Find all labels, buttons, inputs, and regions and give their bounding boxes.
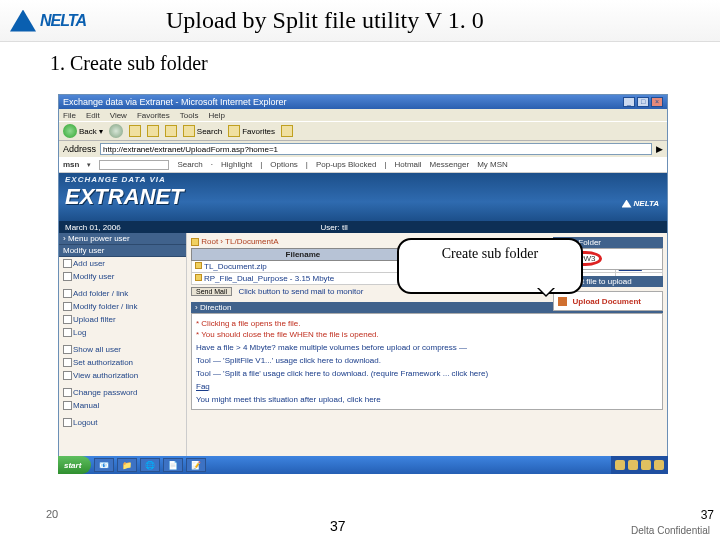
tray-icon[interactable] bbox=[615, 460, 625, 470]
msn-search-input[interactable] bbox=[99, 160, 169, 170]
sidebar: › Menu power user Modify user Add user M… bbox=[59, 233, 187, 459]
sidebar-item-add-user[interactable]: Add user bbox=[59, 257, 186, 270]
sidebar-item-view-auth[interactable]: View authorization bbox=[59, 369, 186, 382]
tray-icon[interactable] bbox=[654, 460, 664, 470]
banner-brand: NELTA bbox=[622, 199, 659, 208]
crumb-root[interactable]: Root bbox=[201, 237, 218, 246]
start-button[interactable]: start bbox=[58, 456, 91, 474]
msn-options[interactable]: Options bbox=[270, 160, 298, 169]
sidebar-item-set-auth[interactable]: Set authorization bbox=[59, 356, 186, 369]
page-number-right: 37 bbox=[701, 508, 714, 522]
banner-line1: EXCHANGE DATA VIA bbox=[65, 175, 667, 184]
sidebar-item-modify-user[interactable]: Modify user bbox=[59, 270, 186, 283]
system-tray[interactable] bbox=[611, 456, 668, 474]
sidebar-item-logout[interactable]: Logout bbox=[59, 416, 186, 429]
favorites-button[interactable]: Favorites bbox=[228, 125, 275, 137]
stop-icon[interactable] bbox=[129, 125, 141, 137]
address-bar: Address ▶ bbox=[59, 141, 667, 157]
upload-box: Upload Document bbox=[553, 291, 663, 311]
year-partial: 20 bbox=[46, 508, 58, 520]
window-titlebar[interactable]: Exchange data via Extranet - Microsoft I… bbox=[59, 95, 667, 109]
star-icon bbox=[228, 125, 240, 137]
folder-icon bbox=[191, 238, 199, 246]
home-icon[interactable] bbox=[165, 125, 177, 137]
sidebar-item-upload-filter[interactable]: Upload filter bbox=[59, 313, 186, 326]
menu-tools[interactable]: Tools bbox=[180, 111, 199, 120]
task-item[interactable]: 📧 bbox=[94, 458, 114, 472]
toolbar: Back ▾ Search Favorites bbox=[59, 121, 667, 141]
extranet-banner: EXCHANGE DATA VIA EXTRANET NELTA bbox=[59, 173, 667, 221]
sidebar-item-modify-folder[interactable]: Modify folder / link bbox=[59, 300, 186, 313]
annotation-callout: Create sub folder bbox=[397, 238, 583, 294]
back-button[interactable]: Back ▾ bbox=[63, 124, 103, 138]
msn-hotmail[interactable]: Hotmail bbox=[394, 160, 421, 169]
forward-button[interactable] bbox=[109, 124, 123, 138]
tray-icon[interactable] bbox=[641, 460, 651, 470]
delta-logo-icon bbox=[10, 10, 36, 32]
callout-text: Create sub folder bbox=[442, 246, 538, 262]
sidebar-item-show-all[interactable]: Show all user bbox=[59, 343, 186, 356]
file-icon bbox=[195, 274, 202, 281]
slide-footer: 20 37 37 Delta Confidential bbox=[0, 500, 720, 540]
file-name[interactable]: TL_Document.zip bbox=[204, 262, 267, 271]
slide-title: Upload by Split file utility V 1. 0 bbox=[166, 7, 484, 34]
task-item[interactable]: 📁 bbox=[117, 458, 137, 472]
menu-bar: File Edit View Favorites Tools Help bbox=[59, 109, 667, 121]
crumb-path: TL/DocumentA bbox=[225, 237, 278, 246]
task-item[interactable]: 📝 bbox=[186, 458, 206, 472]
confidential-label: Delta Confidential bbox=[631, 525, 710, 536]
date-bar: March 01, 2006 User: tll bbox=[59, 221, 667, 233]
sidebar-header-menu: › Menu power user bbox=[59, 233, 186, 245]
menu-file[interactable]: File bbox=[63, 111, 76, 120]
delta-small-icon bbox=[622, 200, 632, 208]
sidebar-item-add-folder[interactable]: Add folder / link bbox=[59, 287, 186, 300]
window-title: Exchange data via Extranet - Microsoft I… bbox=[63, 97, 287, 107]
brand-name: NELTA bbox=[40, 12, 86, 30]
tray-icon[interactable] bbox=[628, 460, 638, 470]
menu-edit[interactable]: Edit bbox=[86, 111, 100, 120]
upload-link[interactable]: Upload Document bbox=[573, 297, 641, 306]
msn-search[interactable]: Search bbox=[177, 160, 202, 169]
th-filename: Filename bbox=[192, 249, 415, 261]
send-mail-button[interactable]: Send Mail bbox=[191, 287, 232, 296]
address-input[interactable] bbox=[100, 143, 652, 155]
msn-logo: msn bbox=[63, 160, 79, 169]
sendmail-hint: Click button to send mail to monitor bbox=[238, 287, 363, 296]
minimize-button[interactable]: _ bbox=[623, 97, 635, 107]
search-icon bbox=[183, 125, 195, 137]
menu-view[interactable]: View bbox=[110, 111, 127, 120]
file-icon bbox=[195, 262, 202, 269]
sidebar-header-modify: Modify user bbox=[59, 245, 186, 257]
address-label: Address bbox=[63, 144, 96, 154]
sidebar-item-manual[interactable]: Manual bbox=[59, 399, 186, 412]
date-text: March 01, 2006 bbox=[65, 223, 121, 232]
windows-taskbar: start 📧 📁 🌐 📄 📝 bbox=[58, 456, 668, 474]
back-icon bbox=[63, 124, 77, 138]
go-button[interactable]: ▶ bbox=[656, 144, 663, 154]
msn-toolbar: msn▾ Search · Highlight | Options | Pop-… bbox=[59, 157, 667, 173]
direction-box: * Clicking a file opens the file. * You … bbox=[191, 313, 663, 410]
slide-subtitle: 1. Create sub folder bbox=[50, 52, 720, 75]
msn-highlight[interactable]: Highlight bbox=[221, 160, 252, 169]
slide-header: NELTA Upload by Split file utility V 1. … bbox=[0, 0, 720, 42]
banner-line2: EXTRANET bbox=[65, 184, 667, 210]
file-name[interactable]: RP_File_Dual_Purpose - 3.15 Mbyte bbox=[204, 274, 334, 283]
user-text: User: tll bbox=[321, 223, 348, 232]
page-number-center: 37 bbox=[330, 518, 346, 534]
sidebar-item-change-pw[interactable]: Change password bbox=[59, 386, 186, 399]
menu-favorites[interactable]: Favorites bbox=[137, 111, 170, 120]
msn-mymsn[interactable]: My MSN bbox=[477, 160, 508, 169]
task-item[interactable]: 📄 bbox=[163, 458, 183, 472]
task-item[interactable]: 🌐 bbox=[140, 458, 160, 472]
maximize-button[interactable]: □ bbox=[637, 97, 649, 107]
sidebar-item-log[interactable]: Log bbox=[59, 326, 186, 339]
search-button[interactable]: Search bbox=[183, 125, 222, 137]
msn-messenger[interactable]: Messenger bbox=[430, 160, 470, 169]
menu-help[interactable]: Help bbox=[208, 111, 224, 120]
close-button[interactable]: × bbox=[651, 97, 663, 107]
refresh-icon[interactable] bbox=[147, 125, 159, 137]
media-icon[interactable] bbox=[281, 125, 293, 137]
msn-popups[interactable]: Pop-ups Blocked bbox=[316, 160, 376, 169]
upload-icon bbox=[558, 297, 567, 306]
